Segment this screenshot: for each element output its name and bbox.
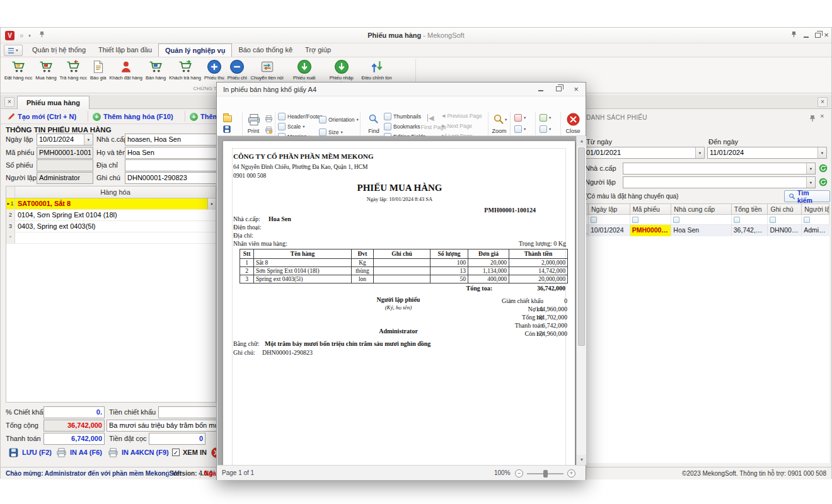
header-footer-button[interactable]: Header/Footer (278, 113, 322, 120)
so-phieu-field[interactable] (37, 159, 93, 171)
print-a4-button[interactable]: IN A4 (F6) (56, 445, 102, 460)
column-nha-cung-cap[interactable]: Nhà cung cấp (671, 203, 731, 215)
column-nguoi-lap[interactable]: Người lập (802, 203, 829, 215)
refresh-icon[interactable] (819, 178, 828, 189)
close-preview-button[interactable] (567, 113, 580, 129)
preview-scrollbar[interactable]: ▲ ▼ (576, 136, 586, 465)
phieu-thu-button[interactable]: Phiếu thu (203, 58, 226, 81)
list-row[interactable]: ▶ 10/01/2024 PMH00001-100124 Hoa Sen 36,… (582, 225, 829, 236)
search-button[interactable]: Tìm kiếm (784, 190, 830, 202)
zoom-in-button[interactable]: + (567, 469, 575, 478)
ribbon-app-button[interactable]: ▾ (4, 45, 23, 56)
caret-down-icon[interactable]: ▾ (695, 147, 704, 158)
cart-order-icon (11, 59, 26, 74)
ma-phieu-field[interactable]: PMH00001-100124 (37, 147, 93, 159)
tab-thiet-lap-ban-dau[interactable]: Thiết lập ban đầu (92, 43, 158, 57)
watermark-button[interactable]: ▾ (514, 125, 526, 133)
open-document-icon[interactable] (223, 115, 232, 122)
print-button[interactable] (247, 113, 261, 129)
nguoi-lap-filter-field[interactable]: ▾ (623, 176, 816, 188)
caret-down-icon[interactable]: ▾ (806, 163, 815, 174)
amount-words: Một trăm bảy mươi bốn triệu chín trăm sá… (265, 340, 430, 347)
tab-bao-cao-thong-ke[interactable]: Báo cáo thống kê (232, 43, 299, 57)
list-grid-filter-row[interactable] (582, 215, 829, 225)
save-button[interactable]: LƯU (F2) (8, 445, 52, 460)
close-tab-left-icon[interactable]: × (4, 97, 14, 107)
print-a4kcn-button[interactable]: IN A4KCN (F9) (108, 445, 169, 460)
scroll-down-icon[interactable]: ▼ (577, 455, 586, 465)
den-ngay-field[interactable]: 11/01/2024 ▾ (707, 147, 827, 159)
xem-in-checkbox[interactable]: ✓ XEM IN (172, 445, 207, 460)
zoom-button[interactable] (493, 113, 504, 127)
size-button[interactable]: Size▾ (319, 129, 343, 136)
tab-phieu-mua-hang[interactable]: Phiếu mua hàng (17, 96, 90, 109)
send-email-button[interactable]: ▾ (540, 125, 551, 133)
find-button[interactable] (368, 113, 379, 127)
mua-hang-button[interactable]: Mua hàng (34, 58, 57, 81)
caret-down-icon[interactable]: ▾ (84, 134, 93, 145)
preview-area: CÔNG TY CỔ PHẦN PHẦN MỀM MEKONG 64 Nguyễ… (217, 136, 586, 465)
refresh-icon[interactable] (819, 164, 828, 175)
item-row[interactable]: ▶1 SAT00001, Sắt 8 ▾ (6, 198, 216, 210)
caret-down-icon[interactable]: ▾ (806, 177, 815, 188)
close-button[interactable]: × (820, 30, 832, 41)
caret-down-icon[interactable]: ▾ (818, 147, 826, 158)
caret-down-icon[interactable]: ▾ (207, 198, 216, 209)
minimize-button[interactable] (800, 30, 812, 41)
ban-hang-button[interactable]: Bán hàng (144, 58, 167, 81)
close-panel-icon[interactable]: × (820, 112, 824, 120)
item-row[interactable]: 3 0403, Spring ext 0403(5l) (6, 221, 216, 232)
pin-icon[interactable] (37, 28, 46, 43)
scale-button[interactable]: Scale▾ (278, 123, 305, 130)
dialog-close-button[interactable]: × (567, 84, 585, 95)
dieu-chinh-ton-button[interactable]: Điều chỉnh tồn (361, 58, 393, 81)
thanh-toan-field[interactable]: 6,742,000 (43, 433, 105, 445)
scrollbar-thumb[interactable] (578, 147, 585, 346)
tra-hang-ncc-button[interactable]: Trả hàng ncc (59, 58, 89, 81)
zoom-slider-thumb[interactable] (543, 470, 548, 478)
items-grid-header[interactable]: Hàng hóa (6, 186, 216, 198)
thumbnails-button[interactable]: Thumbnails (384, 113, 421, 120)
tab-tro-giup[interactable]: Trợ giúp (299, 43, 337, 57)
quick-access-icon[interactable]: ○ (17, 28, 26, 43)
page-color-button[interactable]: ▾ (514, 114, 526, 122)
save-document-icon[interactable] (222, 125, 231, 136)
khach-tra-hang-button[interactable]: Khách trả hàng (168, 58, 202, 81)
new-item-row[interactable]: * (6, 232, 216, 244)
ngay-lap-field[interactable]: 10/01/2024 ▾ (37, 134, 93, 146)
chiet-khau-field[interactable]: 0. (43, 406, 105, 418)
column-ngay-lap[interactable]: Ngày lập (589, 203, 630, 215)
bao-gia-button[interactable]: Báo giá (89, 58, 107, 81)
export-file-button[interactable]: ▾ (540, 114, 551, 122)
tien-chiet-khau-label: Tiền chiết khấu (109, 406, 156, 418)
nha-ccap-filter-field[interactable]: ▾ (623, 163, 816, 175)
nguoi-lap-field[interactable]: Administrator (37, 172, 93, 184)
tu-ngay-field[interactable]: 01/01/2021 ▾ (584, 147, 705, 159)
dialog-titlebar[interactable]: In phiếu bán hàng khổ giấy A4 × (217, 83, 586, 96)
tab-quan-ly-nghiep-vu[interactable]: Quản lý nghiệp vụ (158, 43, 232, 57)
khach-dat-hang-button[interactable]: Khách đặt hàng (108, 58, 144, 81)
close-tab-right-icon[interactable]: × (818, 97, 828, 107)
column-ma-phieu[interactable]: Mã phiếu (630, 203, 672, 215)
add-item-button[interactable]: + Thêm hàng hóa (F10) (93, 111, 173, 122)
print-options-icon[interactable] (265, 125, 273, 137)
column-tong-tien[interactable]: Tổng tiền (732, 203, 768, 215)
column-ghi-chu[interactable]: Ghi chú (768, 203, 802, 215)
zoom-out-button[interactable]: − (515, 469, 523, 478)
item-row[interactable]: 2 0104, Sơn Spring Ext 0104 (18l) (6, 210, 216, 221)
bookmarks-button[interactable]: Bookmarks (384, 123, 420, 130)
quick-access-caret-icon[interactable]: ▾ (26, 28, 33, 43)
tien-dat-coc-field[interactable]: 0 (149, 433, 205, 445)
orientation-button[interactable]: Orientation▾ (319, 116, 359, 123)
dat-hang-ncc-button[interactable]: Đặt hàng ncc (3, 58, 33, 81)
dialog-minimize-button[interactable] (532, 84, 550, 95)
pin-icon[interactable] (809, 113, 816, 125)
dialog-maximize-button[interactable] (550, 84, 567, 95)
scroll-up-icon[interactable]: ▲ (577, 136, 586, 146)
phieu-chi-button[interactable]: Phiếu chi (226, 58, 248, 81)
welcome-text: Chào mừng: Administrator đến với phần mề… (6, 467, 182, 479)
quick-print-icon[interactable] (265, 114, 273, 125)
tab-quan-tri-he-thong[interactable]: Quản trị hệ thống (26, 43, 92, 57)
titlebar-pin-icon[interactable] (787, 30, 800, 41)
create-new-button[interactable]: Tạo mới (Ctrl + N) (7, 111, 76, 122)
